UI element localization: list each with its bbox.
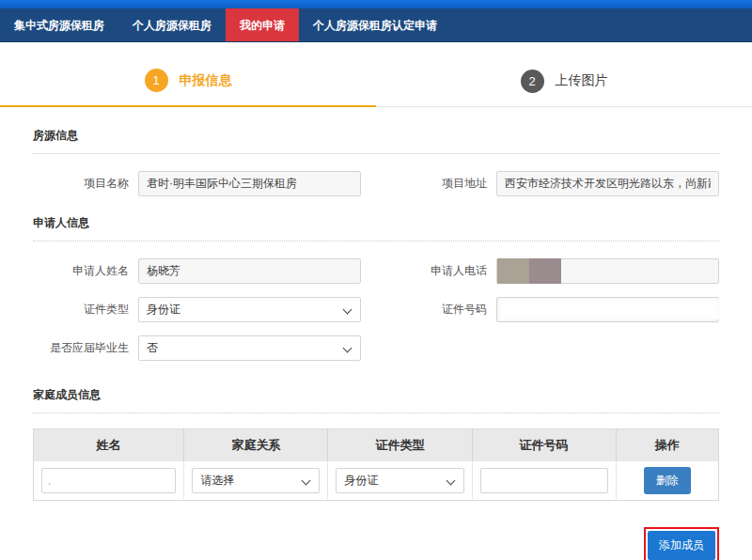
id-type-label: 证件类型 xyxy=(33,302,138,318)
add-member-button[interactable]: 添加成员 xyxy=(648,531,715,560)
section-title-family-info: 家庭成员信息 xyxy=(33,387,719,413)
top-accent-strip xyxy=(0,0,752,8)
header-actions: 操作 xyxy=(616,429,718,462)
chevron-down-icon xyxy=(343,344,352,353)
header-id-number: 证件号码 xyxy=(472,429,616,462)
graduate-selected-value: 否 xyxy=(147,340,158,356)
id-number-label: 证件号码 xyxy=(391,302,496,318)
chevron-down-icon xyxy=(446,476,455,486)
project-name-input[interactable] xyxy=(138,171,361,196)
id-number-input[interactable] xyxy=(496,297,719,322)
nav-item-my-applications[interactable]: 我的申请 xyxy=(226,8,299,41)
id-type-selected-value: 身份证 xyxy=(147,302,180,318)
step-1[interactable]: 1 申报信息 xyxy=(0,69,376,107)
main-navbar: 集中式房源保租房 个人房源保租房 我的申请 个人房源保租房认定申请 xyxy=(0,8,752,42)
nav-item-personal-housing-certification[interactable]: 个人房源保租房认定申请 xyxy=(299,8,451,41)
step-2[interactable]: 2 上传图片 xyxy=(376,69,752,107)
graduate-select[interactable]: 否 xyxy=(138,335,361,361)
redaction-block xyxy=(500,299,744,319)
step-2-label: 上传图片 xyxy=(556,72,608,89)
id-type-select[interactable]: 身份证 xyxy=(138,297,361,322)
nav-item-centralized-housing[interactable]: 集中式房源保租房 xyxy=(0,8,118,41)
family-members-table: 姓名 家庭关系 证件类型 证件号码 操作 请选择 身份证 xyxy=(33,428,719,501)
stepper: 1 申报信息 2 上传图片 xyxy=(0,69,752,107)
step-1-circle: 1 xyxy=(145,69,168,92)
project-address-label: 项目地址 xyxy=(391,176,496,192)
nav-item-personal-housing[interactable]: 个人房源保租房 xyxy=(118,8,226,41)
section-title-applicant-info: 申请人信息 xyxy=(33,215,719,241)
member-relation-select[interactable]: 请选择 xyxy=(192,468,320,493)
member-id-type-select[interactable]: 身份证 xyxy=(336,468,463,493)
applicant-name-label: 申请人姓名 xyxy=(33,263,138,279)
header-name: 姓名 xyxy=(34,429,184,462)
step-2-circle: 2 xyxy=(521,70,544,93)
project-name-label: 项目名称 xyxy=(33,176,138,192)
project-address-input[interactable] xyxy=(496,171,719,196)
member-id-number-input[interactable] xyxy=(480,468,608,493)
graduate-label: 是否应届毕业生 xyxy=(33,340,138,356)
applicant-phone-label: 申请人电话 xyxy=(391,263,496,279)
member-name-input[interactable] xyxy=(41,468,176,493)
applicant-phone-input[interactable] xyxy=(496,258,719,284)
member-relation-value: 请选择 xyxy=(200,473,234,489)
step-1-label: 申报信息 xyxy=(180,72,232,89)
annotation-highlight-box: 添加成员 xyxy=(644,527,719,560)
applicant-name-input[interactable] xyxy=(138,258,361,284)
redaction-block xyxy=(529,258,561,284)
table-row: 请选择 身份证 删除 xyxy=(34,461,719,501)
table-header-row: 姓名 家庭关系 证件类型 证件号码 操作 xyxy=(34,429,719,462)
chevron-down-icon xyxy=(302,476,311,486)
section-title-housing-info: 房源信息 xyxy=(33,128,719,154)
redaction-block xyxy=(497,258,529,284)
member-id-type-value: 身份证 xyxy=(344,473,378,489)
header-id-type: 证件类型 xyxy=(328,429,472,462)
chevron-down-icon xyxy=(343,305,352,315)
header-relation: 家庭关系 xyxy=(184,429,328,462)
delete-member-button[interactable]: 删除 xyxy=(644,467,691,494)
